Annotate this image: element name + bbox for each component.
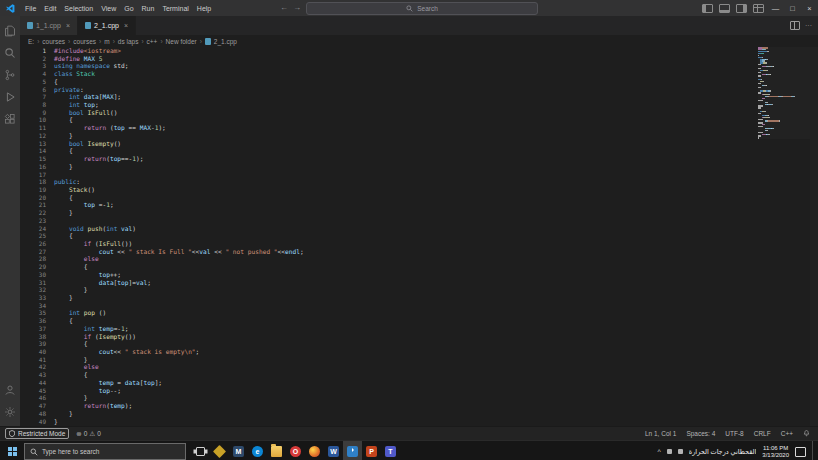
breadcrumb-item[interactable]: c++ [147,38,158,45]
breadcrumb-item[interactable]: courses [42,38,65,45]
line-number: 43 [20,371,54,379]
minimap[interactable] [758,47,810,139]
code-text: { [54,263,88,271]
breadcrumb-item[interactable]: courses [73,38,96,45]
edge-icon[interactable]: e [248,441,267,460]
clock[interactable]: 11:06 PM 3/13/2020 [762,445,789,459]
menu-run[interactable]: Run [138,5,159,12]
extensions-icon[interactable] [0,108,20,130]
line-number: 47 [20,402,54,410]
word-icon[interactable]: W [324,441,343,460]
breadcrumb-separator: › [200,38,202,45]
news-weather-ticker[interactable]: القحطاني درجات الحرارة [689,448,757,456]
menu-go[interactable]: Go [120,5,137,12]
code-text: else [54,255,99,263]
command-center-search[interactable]: Search [306,2,538,15]
network-icon[interactable] [667,449,672,454]
history-back-icon[interactable]: ← [280,0,288,16]
notifications-bell-icon[interactable] [803,430,810,437]
close-button[interactable]: × [801,0,818,16]
code-text: return (top == MAX-1); [54,124,166,132]
show-desktop-button[interactable] [812,441,816,460]
shield-icon [9,430,15,437]
tab-close-icon[interactable]: × [66,22,70,29]
account-icon[interactable] [0,379,20,401]
breadcrumb-item[interactable]: m [104,38,109,45]
code-text: } [54,163,73,171]
code-text: bool IsFull() [54,109,117,117]
settings-icon[interactable] [0,401,20,423]
customize-layout-icon[interactable] [753,4,764,13]
encoding[interactable]: UTF-8 [725,430,743,437]
more-actions-icon[interactable]: ··· [805,22,812,29]
menu-selection[interactable]: Selection [60,5,97,12]
line-number: 17 [20,171,54,179]
breadcrumb-item[interactable]: New folder [166,38,197,45]
breadcrumb-separator: › [68,38,70,45]
volume-icon[interactable] [678,449,683,454]
powerpoint-icon[interactable]: P [362,441,381,460]
file-explorer-icon[interactable] [267,441,286,460]
search-icon[interactable] [0,42,20,64]
line-number: 23 [20,217,54,225]
split-editor-icon[interactable] [790,21,800,30]
problems-indicator[interactable]: ⊗ 0 ⚠ 0 [76,430,101,438]
history-forward-icon[interactable]: → [293,0,301,16]
breadcrumb-item[interactable]: E: [28,38,34,45]
task-view-icon[interactable] [191,441,210,460]
photos-icon[interactable] [210,441,229,460]
menu-file[interactable]: File [21,5,40,12]
code-text: { [54,340,88,348]
code-line: 34 [20,302,818,310]
tab-close-icon[interactable]: × [124,22,128,29]
editor[interactable]: 1#include<iostream>2#define MAX 53using … [20,47,818,426]
code-text: bool Isempty() [54,140,121,148]
restricted-mode-badge[interactable]: Restricted Mode [5,428,69,439]
source-control-icon[interactable] [0,64,20,86]
taskbar-search[interactable]: Type here to search [24,443,186,460]
toggle-sidebar-icon[interactable] [702,4,713,13]
line-number: 15 [20,155,54,163]
explorer-icon[interactable] [0,20,20,42]
line-number: 7 [20,93,54,101]
indentation[interactable]: Spaces: 4 [686,430,715,437]
code-line: 23 [20,217,818,225]
run-debug-icon[interactable] [0,86,20,108]
code-line: 41 } [20,356,818,364]
cursor-position[interactable]: Ln 1, Col 1 [645,430,676,437]
cpp-file-icon [85,22,91,29]
toggle-panel-icon[interactable] [719,4,730,13]
line-number: 34 [20,302,54,310]
minimize-button[interactable]: — [767,0,784,16]
menu-terminal[interactable]: Terminal [158,5,192,12]
tray-expand-icon[interactable]: ^ [658,448,661,455]
line-number: 30 [20,271,54,279]
start-button[interactable] [0,441,24,460]
word-glyph: W [328,446,339,457]
toggle-secondary-sidebar-icon[interactable] [736,4,747,13]
code-area[interactable]: 1#include<iostream>2#define MAX 53using … [20,47,818,425]
firefox-glyph [309,446,320,457]
firefox-icon[interactable] [305,441,324,460]
vscode-icon[interactable] [343,441,362,460]
code-text: #define MAX 5 [54,55,102,63]
breadcrumb-item[interactable]: ds laps [118,38,139,45]
menu-edit[interactable]: Edit [40,5,60,12]
line-number: 10 [20,116,54,124]
language-mode[interactable]: C++ [781,430,793,437]
menu-help[interactable]: Help [193,5,215,12]
opera-icon[interactable]: O [286,441,305,460]
eol-sequence[interactable]: CRLF [754,430,771,437]
code-line: 3using namespace std; [20,62,818,70]
code-text: top--; [54,387,121,395]
mail-icon[interactable]: M [229,441,248,460]
teams-icon[interactable]: T [381,441,400,460]
action-center-icon[interactable] [795,447,806,457]
maximize-button[interactable]: □ [784,0,801,16]
menu-view[interactable]: View [97,5,120,12]
line-number: 2 [20,55,54,63]
editor-scrollbar[interactable] [810,47,818,426]
breadcrumb-item[interactable]: 2_1.cpp [214,38,237,45]
tab-1_1.cpp[interactable]: 1_1.cpp× [20,16,78,35]
tab-2_1.cpp[interactable]: 2_1.cpp× [78,16,136,35]
